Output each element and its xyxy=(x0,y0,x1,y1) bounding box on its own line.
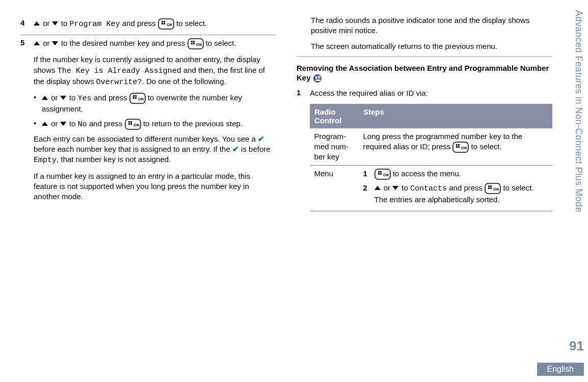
code-text: Empty xyxy=(34,156,57,165)
table-cell: 1 to access the menu. 2 or to Contacts a… xyxy=(359,166,552,211)
table-cell: Program­med num­ber key xyxy=(310,128,359,166)
inner-step: 1 to access the menu. xyxy=(363,169,548,180)
code-text: No xyxy=(78,120,87,129)
step-5-line1: or to the desired number key and press t… xyxy=(34,38,276,49)
step-number: 1 xyxy=(297,88,305,211)
ok-button-icon xyxy=(375,169,391,180)
down-icon xyxy=(60,96,67,101)
up-icon xyxy=(42,96,49,101)
ok-button-icon xyxy=(125,119,141,130)
right-column: The radio sounds a positive indicator to… xyxy=(297,15,568,216)
table-row: Menu 1 to access the menu. 2 or to Conta… xyxy=(310,166,552,211)
step-4-text: or to Program Key and press to select. xyxy=(34,18,276,30)
table-cell: Long press the programmed number key to … xyxy=(359,128,552,166)
up-icon xyxy=(42,122,49,127)
bullet-item: • or to No and press to return to the pr… xyxy=(34,119,276,130)
alias-access-table: Radio Control Steps Program­med num­ber … xyxy=(310,104,552,211)
code-text: Contacts xyxy=(410,184,447,193)
check-icon: ✔ xyxy=(258,134,264,143)
up-icon xyxy=(375,186,382,191)
page-content: 4 or to Program Key and press to select.… xyxy=(20,15,568,216)
section-heading: Removing the Association between Entry a… xyxy=(297,63,552,84)
inner-step: 2 or to Contacts and press to select. Th… xyxy=(363,183,548,205)
step-continuation: The radio sounds a positive indicator to… xyxy=(297,15,552,57)
down-icon xyxy=(52,41,59,46)
code-text: Overwrite? xyxy=(96,78,142,87)
chapter-title-sidebar: Advanced Features in Non-Connect Plus Mo… xyxy=(573,10,584,212)
table-row: Program­med num­ber key Long press the p… xyxy=(310,128,552,166)
ok-button-icon xyxy=(485,183,501,194)
step-4: 4 or to Program Key and press to select. xyxy=(20,15,276,35)
check-icon: ✔ xyxy=(232,145,239,153)
up-icon xyxy=(34,21,41,26)
language-badge: English xyxy=(537,363,584,376)
step-5-para2: Each entry can be associated to differen… xyxy=(34,134,276,166)
ok-button-icon xyxy=(129,93,146,104)
step-5-para3: If a number key is assigned to an entry … xyxy=(34,171,276,202)
code-text: Yes xyxy=(78,94,92,103)
ok-button-icon xyxy=(452,142,469,153)
radio-icon xyxy=(313,74,322,83)
up-icon xyxy=(34,41,41,46)
down-icon xyxy=(52,21,59,26)
table-header: Steps xyxy=(359,104,552,128)
result-text: The screen automatically returns to the … xyxy=(311,41,552,51)
table-header: Radio Control xyxy=(310,104,359,128)
left-column: 4 or to Program Key and press to select.… xyxy=(20,15,276,216)
step-1-text: Access the required alias or ID via: xyxy=(310,88,552,98)
step-1: 1 Access the required alias or ID via: R… xyxy=(297,88,552,216)
bullet-item: • or to Yes and press to overwrite the n… xyxy=(34,93,276,115)
step-number: 5 xyxy=(20,38,29,202)
down-icon xyxy=(60,122,67,127)
step-5-para1: If the number key is currently assigned … xyxy=(34,54,276,88)
page-number: 91 xyxy=(569,338,584,354)
step-number: 4 xyxy=(20,18,29,30)
ok-button-icon xyxy=(188,38,204,49)
table-cell: Menu xyxy=(310,166,359,211)
ok-button-icon xyxy=(158,18,174,30)
down-icon xyxy=(392,186,399,191)
code-text: The Key is Already Assigned xyxy=(58,67,181,75)
step-5: 5 or to the desired number key and press… xyxy=(20,35,276,207)
result-text: The radio sounds a positive indicator to… xyxy=(311,15,552,36)
code-text: Program Key xyxy=(70,20,120,29)
